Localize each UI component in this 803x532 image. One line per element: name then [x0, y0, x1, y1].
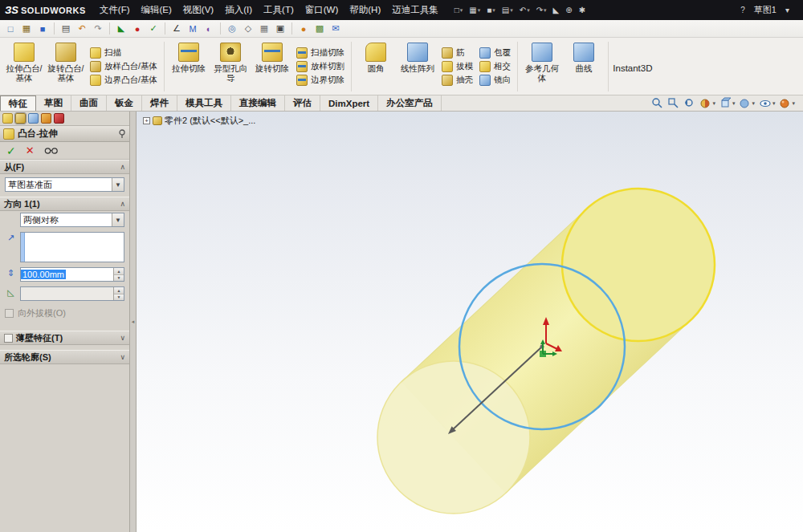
propertymanager-tab-icon[interactable] — [15, 113, 26, 124]
tab-mold-tools[interactable]: 模具工具 — [177, 95, 231, 111]
tab-sketch[interactable]: 草图 — [36, 95, 71, 111]
menu-maidi-tools[interactable]: 迈迪工具集 — [386, 2, 444, 18]
graphics-viewport[interactable]: + 零件2 (默认<<默认>_... — [137, 112, 803, 532]
linear-pattern-button[interactable]: 线性阵列 — [397, 39, 438, 94]
wrap-button[interactable]: 包覆 — [479, 47, 511, 59]
mirror-button[interactable]: 镜向 — [479, 75, 511, 86]
swept-cut-button[interactable]: 扫描切除 — [296, 47, 344, 59]
cancel-button[interactable]: ✕ — [26, 144, 35, 156]
view-orientation-hud-icon[interactable]: ▾ — [719, 97, 736, 109]
extrude-boss-button[interactable]: 拉伸凸台/基体 — [3, 39, 45, 94]
menu-view[interactable]: 视图(V) — [177, 2, 219, 18]
rebuild-icon[interactable]: ⊕ — [563, 5, 574, 15]
thin-feature-checkbox[interactable] — [4, 334, 13, 343]
save-icon[interactable]: ■▾ — [484, 5, 498, 15]
hide-show-items-icon[interactable]: ▾ — [759, 97, 776, 109]
depth-input[interactable]: 100.00mm ▲▼ — [20, 267, 124, 282]
curves-button[interactable]: 曲线 — [563, 39, 605, 94]
lofted-cut-button[interactable]: 放样切割 — [296, 61, 344, 72]
view-orientation-icon[interactable]: ◇ — [241, 22, 255, 35]
section-view-hud-icon[interactable]: ▾ — [699, 97, 715, 109]
rebuild-model-icon[interactable]: ● — [130, 22, 145, 35]
apply-scene-icon[interactable]: ▩ — [312, 22, 327, 35]
open-icon[interactable]: ▦▾ — [467, 5, 483, 15]
tree-root-label[interactable]: 零件2 (默认<<默认>_... — [165, 115, 255, 127]
undo-action-icon[interactable]: ↶ — [75, 22, 89, 35]
configurationmanager-tab-icon[interactable] — [28, 113, 39, 124]
undo-icon[interactable]: ↶▾ — [517, 5, 532, 15]
wireframe-display-icon[interactable]: ▦ — [257, 22, 271, 35]
zoom-to-area-icon[interactable] — [667, 97, 679, 109]
dimxpertmanager-tab-icon[interactable] — [41, 113, 51, 124]
featuremanager-tree-tab-icon[interactable] — [2, 113, 13, 124]
tab-direct-editing[interactable]: 直接编辑 — [231, 95, 285, 111]
extruded-cut-button[interactable]: 拉伸切除 — [168, 39, 210, 94]
from-section-header[interactable]: 从(F) ∧ — [0, 160, 129, 174]
reference-geometry-button[interactable]: 参考几何体 — [521, 39, 563, 94]
print-document-icon[interactable]: ▤ — [59, 22, 73, 35]
spinner-down-icon[interactable]: ▼ — [114, 294, 124, 301]
displaymanager-tab-icon[interactable] — [54, 113, 64, 124]
tab-weldments[interactable]: 焊件 — [142, 95, 177, 111]
section-view-icon[interactable]: ◐ — [202, 22, 216, 35]
boundary-boss-button[interactable]: 边界凸台/基体 — [90, 75, 157, 86]
instant3d-button[interactable]: Instant3D — [612, 39, 654, 94]
menu-file[interactable]: 文件(F) — [94, 2, 136, 18]
open-document-icon[interactable]: ▦ — [19, 22, 34, 35]
tab-evaluate[interactable]: 评估 — [285, 95, 320, 111]
save-document-icon[interactable]: ■ — [35, 22, 50, 35]
keep-visible-pin-icon[interactable] — [118, 129, 126, 139]
revolved-cut-button[interactable]: 旋转切除 — [251, 39, 293, 94]
spinner-up-icon[interactable]: ▲ — [114, 268, 124, 275]
draft-angle-input[interactable]: ▲▼ — [20, 286, 124, 301]
direction1-section-header[interactable]: 方向 1(1) ∧ — [0, 197, 129, 211]
zoom-to-fit-view-icon[interactable] — [651, 97, 663, 109]
tab-dimxpert[interactable]: DimXpert — [320, 95, 378, 111]
rebuild-ok-icon[interactable]: ✓ — [146, 22, 161, 35]
direction-reference-selection-box[interactable] — [20, 232, 124, 262]
tab-features[interactable]: 特征 — [0, 95, 36, 111]
draft-outward-checkbox[interactable] — [5, 309, 14, 318]
new-document-icon[interactable]: □▾ — [452, 5, 466, 15]
help-icon[interactable]: ? — [738, 5, 748, 15]
end-condition-dropdown[interactable]: 两侧对称 ▼ — [20, 213, 124, 227]
start-condition-dropdown[interactable]: 草图基准面 ▼ — [5, 177, 124, 192]
zoom-to-fit-icon[interactable]: ◎ — [225, 22, 239, 35]
rib-button[interactable]: 筋 — [442, 47, 473, 59]
tab-office-products[interactable]: 办公室产品 — [378, 95, 442, 111]
draft-button[interactable]: 拔模 — [442, 61, 473, 72]
select-icon[interactable]: ◣ — [551, 5, 562, 15]
display-style-icon[interactable]: ▾ — [739, 97, 755, 109]
tree-expand-icon[interactable]: + — [143, 117, 150, 124]
detailed-preview-icon[interactable] — [44, 147, 59, 155]
model-preview-canvas[interactable] — [137, 112, 803, 532]
fillet-button[interactable]: 圆角 — [355, 39, 397, 94]
swept-boss-button[interactable]: 扫描 — [90, 47, 157, 59]
ok-button[interactable]: ✓ — [6, 144, 16, 157]
menu-tools[interactable]: 工具(T) — [258, 2, 300, 18]
menu-insert[interactable]: 插入(I) — [219, 2, 258, 18]
hole-wizard-button[interactable]: 异型孔向导 — [210, 39, 251, 94]
edit-appearance-hud-icon[interactable]: ▾ — [779, 97, 795, 109]
previous-view-icon[interactable] — [683, 97, 695, 109]
revolve-boss-button[interactable]: 旋转凸台/基体 — [45, 39, 87, 94]
menu-edit[interactable]: 编辑(E) — [136, 2, 177, 18]
depth-spinner[interactable]: ▲▼ — [113, 268, 124, 281]
spinner-up-icon[interactable]: ▲ — [114, 287, 124, 294]
shaded-display-icon[interactable]: ▣ — [273, 22, 287, 35]
print-icon[interactable]: ▤▾ — [499, 5, 516, 15]
intersect-button[interactable]: 相交 — [479, 61, 511, 72]
new-part-icon[interactable]: □ — [3, 22, 18, 35]
thin-feature-section-header[interactable]: 薄壁特征(T) ∨ — [0, 331, 129, 345]
draft-angle-spinner[interactable]: ▲▼ — [113, 287, 124, 300]
window-menu-icon[interactable]: ▾ — [783, 5, 792, 15]
options-icon[interactable]: ✱ — [577, 5, 588, 15]
edit-appearance-icon[interactable]: ● — [296, 22, 311, 35]
menu-help[interactable]: 帮助(H) — [344, 2, 386, 18]
panel-splitter[interactable]: ◂ — [130, 112, 137, 532]
spinner-down-icon[interactable]: ▼ — [114, 275, 124, 282]
selected-contours-section-header[interactable]: 所选轮廓(S) ∨ — [0, 350, 129, 364]
select-arrow-icon[interactable]: ◣ — [114, 22, 128, 35]
measure-icon[interactable]: ∠ — [169, 22, 184, 35]
view-settings-icon[interactable]: ✉ — [328, 22, 343, 35]
